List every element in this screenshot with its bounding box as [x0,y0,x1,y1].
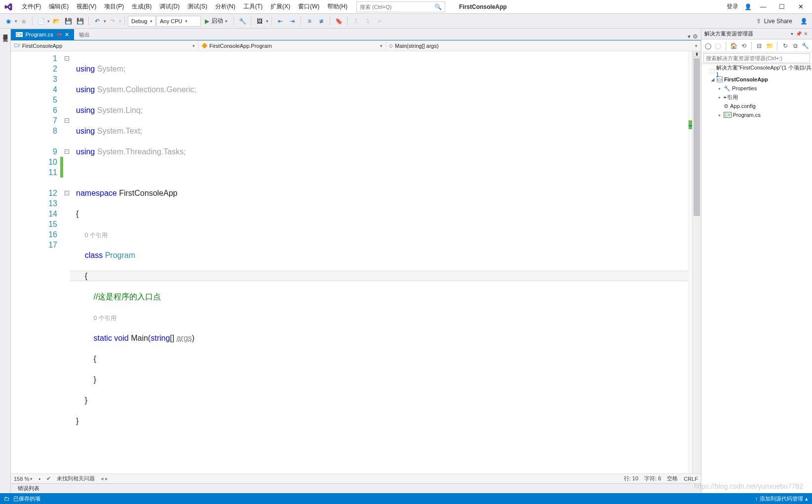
step-button-1[interactable]: ⤴ [350,16,361,27]
bookmark-button[interactable]: 🔖 [333,16,344,27]
menu-view[interactable]: 视图(V) [73,1,100,12]
status-saved-text: 已保存的项 [13,495,40,503]
step-button-3[interactable]: ⤶ [374,16,385,27]
zoom-level[interactable]: 158 % ▾ [14,476,33,482]
menu-help[interactable]: 帮助(H) [323,1,351,12]
indent-more-button[interactable]: ⇥ [287,16,298,27]
fold-toggle[interactable]: − [65,191,69,195]
step-button-2[interactable]: ⤵ [362,16,373,27]
tool-icon-2[interactable]: 🖼 [254,16,265,27]
new-file-button[interactable]: 📄 [36,16,46,27]
nav-fwd-button[interactable]: ◉ [18,16,29,27]
menu-debug[interactable]: 调试(D) [155,1,184,12]
menu-project[interactable]: 项目(P) [100,1,128,12]
redo-button[interactable]: ↷ [107,16,118,27]
line-gutter: 1234567891011121314151617 [11,51,60,473]
se-showall-icon[interactable]: 📁 [765,41,774,51]
solution-explorer: 解决方案资源管理器 ▾ 📌 ✕ ◯ ◯ 🏠 ⟲ ⊟ 📁 ↻ ⧉ 🔧 ⬚解决方案"… [701,29,812,493]
nav-back-button[interactable]: ◉ [3,16,14,27]
save-button[interactable]: 💾 [63,16,74,27]
menu-window[interactable]: 窗口(W) [294,1,323,12]
menu-extensions[interactable]: 扩展(X) [267,1,294,12]
tree-solution[interactable]: ⬚解决方案"FirstConsoleApp"(1 个项目/共 1 [701,66,812,75]
solution-search-input[interactable] [703,53,810,63]
se-home-icon[interactable]: 🏠 [729,41,738,51]
split-handle[interactable]: ⬍ [693,51,701,57]
solution-search[interactable] [701,52,812,64]
menu-test[interactable]: 测试(S) [184,1,211,12]
source-control-button[interactable]: ↑ 添加到源代码管理 ▴ [755,495,809,503]
method-icon: ◇ [389,43,393,48]
close-tab-icon[interactable]: ✕ [65,32,69,38]
se-back-icon[interactable]: ◯ [703,41,713,51]
se-copy-icon[interactable]: ⧉ [791,41,800,51]
panel-menu-icon[interactable]: ▾ [788,31,795,36]
pin-icon[interactable]: 📌 [55,31,63,38]
window-controls: — ☐ ✕ [754,0,810,13]
menu-file[interactable]: 文件(F) [18,1,45,12]
se-fwd-icon[interactable]: ◯ [714,41,723,51]
solution-explorer-title: 解决方案资源管理器 ▾ 📌 ✕ [701,29,812,39]
panel-close-icon[interactable]: ✕ [802,31,809,36]
error-list-tab[interactable]: 错误列表 [14,484,43,493]
fold-column: − − − − [63,51,70,473]
se-sync-icon[interactable]: ⟲ [739,41,749,51]
comment-button[interactable]: ≡ [304,16,315,27]
user-icon[interactable]: 👤 [744,3,752,10]
nav-bar: C# FirstConsoleApp▾ 🔶 FirstConsoleApp.Pr… [11,40,701,51]
se-refresh-icon[interactable]: ↻ [780,41,790,51]
menu-tools[interactable]: 工具(T) [239,1,267,12]
statusbar: 🗀 已保存的项 ↑ 添加到源代码管理 ▴ [0,493,812,504]
insert-mode: 空格 [667,475,678,482]
feedback-button[interactable]: 👤 [798,16,809,27]
fold-toggle[interactable]: − [65,149,69,154]
start-button[interactable]: ▶启动▾ [202,16,231,27]
fold-toggle[interactable]: − [65,56,69,61]
tab-program-cs[interactable]: C# Program.cs 📌 ✕ [11,29,74,40]
nav-project-dropdown[interactable]: C# FirstConsoleApp▾ [11,40,198,51]
editor-scrollbar[interactable]: ⬍ [692,51,701,473]
panel-pin-icon[interactable]: 📌 [795,31,802,36]
tree-appconfig[interactable]: ⚙App.config [701,102,812,110]
config-icon: ⚙ [724,103,729,109]
search-icon: 🔍 [434,3,442,10]
tree-properties[interactable]: ▸🔧Properties [701,84,812,93]
app-title: FirstConsoleApp [459,3,507,10]
nav-member-dropdown[interactable]: ◇ Main(string[] args)▾ [386,40,701,51]
liveshare-button[interactable]: ⇪Live Share [756,18,792,25]
se-properties-icon[interactable]: 🔧 [801,41,810,51]
open-file-button[interactable]: 📂 [51,16,62,27]
close-button[interactable]: ✕ [791,0,810,13]
editor-area: C# Program.cs 📌 ✕ 输出 ▾ ⚙ C# FirstConsole… [11,29,701,493]
tool-icon-1[interactable]: 🔧 [237,16,248,27]
tree-programcs[interactable]: ▸C#Program.cs [701,110,812,119]
nav-class-dropdown[interactable]: 🔶 FirstConsoleApp.Program▾ [198,40,386,51]
config-dropdown[interactable]: Debug▾ [128,16,155,27]
tab-output[interactable]: 输出 [74,29,95,40]
tab-settings-icon[interactable]: ⚙ [693,33,698,40]
indent-less-button[interactable]: ⇤ [275,16,286,27]
se-collapse-icon[interactable]: ⊟ [755,41,764,51]
tab-overflow-icon[interactable]: ▾ [688,33,691,40]
maximize-button[interactable]: ☐ [773,0,791,13]
editor-status-bar: 158 % ▾ • ✔ 未找到相关问题 ◂ ▸ 行: 10 字符: 6 空格 C… [11,473,701,483]
menu-analyze[interactable]: 分析(N) [211,1,239,12]
issues-indicator[interactable]: ✔ [46,475,51,482]
login-link[interactable]: 登录 [727,2,738,11]
uncomment-button[interactable]: ≢ [316,16,327,27]
tree-references[interactable]: ▸▪▪引用 [701,93,812,102]
menu-edit[interactable]: 编辑(E) [45,1,73,12]
code-editor[interactable]: 1234567891011121314151617 − − − − using … [11,51,701,473]
menu-build[interactable]: 生成(B) [128,1,155,12]
cs-file-icon: C# [724,112,732,118]
minimize-button[interactable]: — [754,0,773,13]
save-all-button[interactable]: 💾 [75,16,85,27]
solution-icon: ⬚ [710,68,715,74]
fold-toggle[interactable]: − [65,118,69,123]
solution-tree[interactable]: ⬚解决方案"FirstConsoleApp"(1 个项目/共 1 ◢C#Firs… [701,64,812,493]
search-input[interactable] [360,4,434,10]
code-surface[interactable]: using System; using System.Collections.G… [70,51,688,473]
platform-dropdown[interactable]: Any CPU▾ [156,16,201,27]
search-box[interactable]: 🔍 [356,1,445,12]
undo-button[interactable]: ↶ [92,16,103,27]
